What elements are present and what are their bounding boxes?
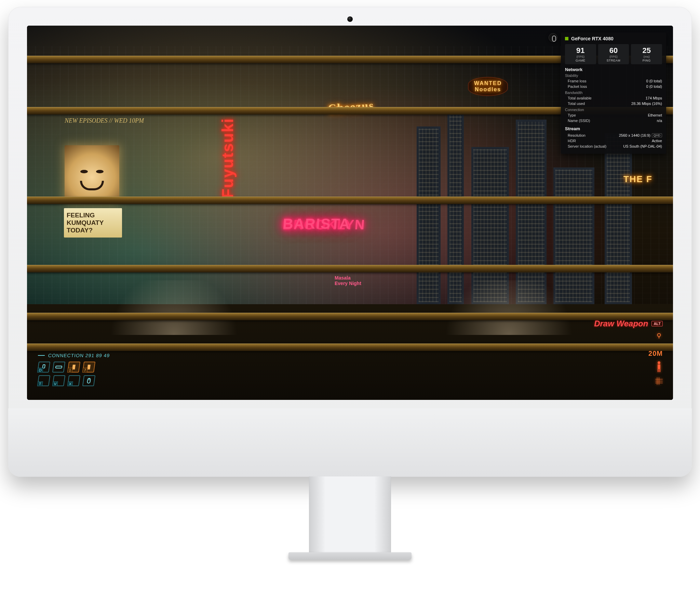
draw-weapon-text: Draw Weapon <box>594 319 648 328</box>
neon-vertical-sign: Fuyutsuki <box>218 118 237 198</box>
key-chip-alt: ALT <box>651 321 663 326</box>
svg-point-7 <box>658 361 660 364</box>
mic-indicator-icon[interactable] <box>549 33 557 42</box>
network-heading: Network <box>565 67 662 72</box>
hud-slot[interactable]: T <box>37 375 50 386</box>
railing <box>27 313 673 320</box>
row-total-available: Total available174 Mbps <box>565 95 662 101</box>
enemy-icon <box>655 361 663 374</box>
railing <box>27 197 673 204</box>
imac-chin <box>8 408 692 477</box>
metric-tile: 91(FPS)GAME <box>565 44 596 64</box>
waypoint-icon <box>655 332 663 341</box>
row-conn-type: TypeEthernet <box>565 112 662 118</box>
hud-row-1: D17 <box>37 362 111 373</box>
metrics-row: 91(FPS)GAME60(FPS)STREAM25(ms)PING <box>565 44 662 64</box>
row-ssid: Name (SSID)n/a <box>565 118 662 123</box>
row-frame-loss: Frame loss0 (0 total) <box>565 78 662 84</box>
building <box>447 113 464 304</box>
metric-tile: 25(ms)PING <box>631 44 662 64</box>
row-hdr: HDRActive <box>565 138 662 144</box>
connection-sub: Connection <box>565 108 662 112</box>
fog-light <box>102 280 246 335</box>
hud-slot[interactable]: X <box>67 375 80 386</box>
hud-slot[interactable]: D <box>37 362 50 373</box>
screen: Fuyutsuki BROOKLYN BARISTA Chrom Cheezus… <box>27 26 673 400</box>
imac-stand-neck <box>309 476 391 555</box>
fog-light <box>437 280 581 335</box>
neon-wanted: WANTED Noodles <box>468 77 508 96</box>
svg-rect-9 <box>658 369 659 372</box>
minimap-toggle-icon[interactable] <box>655 377 663 386</box>
row-resolution: Resolution 2560 x 1440 (16:9)QHD <box>565 133 662 138</box>
sign-episodes: NEW EPISODES // WED 10PM <box>65 117 144 124</box>
bandwidth-sub: Bandwidth <box>565 91 662 95</box>
hud-slot[interactable]: 1 <box>67 362 80 373</box>
hud-right: Draw Weapon ALT 20M <box>594 319 663 386</box>
building <box>516 120 547 304</box>
hud-slot[interactable]: V <box>52 375 65 386</box>
imac-hardware: Fuyutsuki BROOKLYN BARISTA Chrom Cheezus… <box>8 7 692 581</box>
prompt-draw-weapon: Draw Weapon ALT <box>594 319 663 328</box>
neon-barista-l2: BARISTA <box>282 216 351 232</box>
row-total-used: Total used28.36 Mbps (16%) <box>565 101 662 106</box>
stability-sub: Stability <box>565 73 662 78</box>
hud-connection-text: CONNECTION 291 89 49 <box>48 353 110 358</box>
row-packet-loss: Packet loss0 (0 total) <box>565 84 662 89</box>
hud-slot[interactable]: 7 <box>82 362 95 373</box>
game-frame[interactable]: Fuyutsuki BROOKLYN BARISTA Chrom Cheezus… <box>27 26 673 400</box>
gpu-name: GeForce RTX 4080 <box>571 36 614 41</box>
svg-rect-3 <box>87 365 91 369</box>
menu-icon[interactable] <box>38 355 45 356</box>
railing <box>27 265 673 272</box>
hud-row-2: TVX <box>37 375 111 386</box>
svg-line-5 <box>89 378 89 380</box>
railing <box>27 343 673 351</box>
nvidia-badge-icon <box>565 37 568 40</box>
neon-far-right: THE F <box>623 174 652 185</box>
hud-slot[interactable] <box>52 362 65 373</box>
metric-tile: 60(FPS)STREAM <box>598 44 629 64</box>
streaming-stats-overlay[interactable]: GeForce RTX 4080 91(FPS)GAME60(FPS)STREA… <box>561 32 666 154</box>
hud-left: CONNECTION 291 89 49 D17 TVX <box>38 353 110 386</box>
svg-rect-10 <box>659 369 660 372</box>
camera-icon <box>347 16 353 22</box>
distance-readout: 20M <box>648 350 663 357</box>
hud-connection-line: CONNECTION 291 89 49 <box>38 353 110 358</box>
stream-heading: Stream <box>565 126 662 131</box>
svg-rect-2 <box>72 365 76 369</box>
imac-body: Fuyutsuki BROOKLYN BARISTA Chrom Cheezus… <box>8 7 692 477</box>
svg-rect-1 <box>56 366 62 368</box>
gpu-header: GeForce RTX 4080 <box>565 36 662 41</box>
building <box>605 133 632 304</box>
row-server: Server location (actual)US South (NP-DAL… <box>565 144 662 149</box>
svg-rect-8 <box>658 364 660 369</box>
building <box>417 126 441 304</box>
imac-stand-foot <box>288 552 412 560</box>
billboard-face <box>65 145 119 203</box>
hud-slot[interactable] <box>82 375 95 386</box>
billboard-kumquaty: FEELING KUMQUATY TODAY? <box>64 208 122 238</box>
resolution-badge: QHD <box>652 133 662 137</box>
svg-point-6 <box>657 334 660 337</box>
sign-every-night: Masala Every Night <box>335 275 361 286</box>
